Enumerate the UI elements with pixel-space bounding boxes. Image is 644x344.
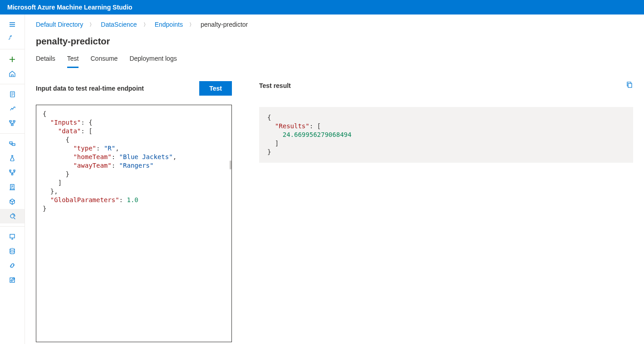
breadcrumb-link[interactable]: Default Directory bbox=[36, 21, 83, 28]
breadcrumb-link[interactable]: DataScience bbox=[101, 21, 137, 28]
automl-icon[interactable] bbox=[0, 102, 25, 116]
endpoint-icon[interactable] bbox=[0, 209, 25, 223]
svg-rect-2 bbox=[13, 121, 15, 122]
svg-rect-13 bbox=[10, 278, 15, 282]
add-icon[interactable] bbox=[0, 52, 25, 67]
breadcrumb: Default Directory 〉 DataScience 〉 Endpoi… bbox=[36, 15, 633, 34]
compute-icon[interactable] bbox=[0, 229, 25, 244]
label-icon[interactable] bbox=[0, 273, 25, 287]
svg-point-12 bbox=[10, 248, 15, 250]
svg-rect-14 bbox=[628, 83, 632, 87]
home-icon[interactable] bbox=[0, 67, 25, 81]
svg-rect-5 bbox=[12, 144, 15, 145]
result-json-display: { "Results": [ 24.669956279068494 ] } bbox=[259, 107, 633, 163]
test-button[interactable]: Test bbox=[199, 81, 232, 96]
chevron-right-icon: 〉 bbox=[89, 21, 94, 28]
sidebar bbox=[0, 15, 25, 344]
notebook-icon[interactable] bbox=[0, 87, 25, 102]
svg-rect-6 bbox=[10, 170, 11, 171]
back-icon[interactable] bbox=[0, 32, 25, 46]
svg-rect-4 bbox=[10, 142, 12, 144]
pipeline-icon[interactable] bbox=[0, 165, 25, 180]
svg-rect-8 bbox=[12, 174, 13, 175]
breadcrumb-link[interactable]: Endpoints bbox=[155, 21, 183, 28]
tab-details[interactable]: Details bbox=[36, 55, 55, 68]
breadcrumb-current: penalty-predictor bbox=[201, 21, 248, 28]
result-label: Test result bbox=[259, 82, 291, 89]
input-label: Input data to test real-time endpoint bbox=[36, 85, 144, 92]
tab-test[interactable]: Test bbox=[67, 55, 79, 68]
data-icon[interactable] bbox=[0, 136, 25, 151]
input-json-editor[interactable]: { "Inputs": { "data": [ { "type": "R", "… bbox=[36, 105, 232, 342]
scrollbar-thumb[interactable] bbox=[230, 160, 231, 170]
experiment-icon[interactable] bbox=[0, 151, 25, 165]
tab-deployment-logs[interactable]: Deployment logs bbox=[129, 55, 177, 68]
datastore-icon[interactable] bbox=[0, 244, 25, 258]
svg-rect-3 bbox=[11, 124, 13, 126]
chevron-right-icon: 〉 bbox=[189, 21, 194, 28]
cube-icon[interactable] bbox=[0, 194, 25, 209]
chevron-right-icon: 〉 bbox=[143, 21, 148, 28]
svg-rect-1 bbox=[10, 121, 11, 122]
menu-icon[interactable] bbox=[0, 17, 25, 32]
app-title: Microsoft Azure Machine Learning Studio bbox=[7, 4, 133, 11]
tab-consume[interactable]: Consume bbox=[90, 55, 118, 68]
model-icon[interactable] bbox=[0, 180, 25, 194]
svg-rect-11 bbox=[10, 234, 15, 238]
designer-icon[interactable] bbox=[0, 116, 25, 131]
tabs: Details Test Consume Deployment logs bbox=[36, 55, 633, 68]
copy-icon[interactable] bbox=[626, 81, 633, 90]
main-content: Default Directory 〉 DataScience 〉 Endpoi… bbox=[25, 15, 644, 344]
svg-rect-7 bbox=[14, 170, 15, 171]
link-icon[interactable] bbox=[0, 258, 25, 273]
top-bar: Microsoft Azure Machine Learning Studio bbox=[0, 0, 644, 15]
svg-point-10 bbox=[10, 214, 14, 218]
page-title: penalty-predictor bbox=[36, 36, 633, 47]
